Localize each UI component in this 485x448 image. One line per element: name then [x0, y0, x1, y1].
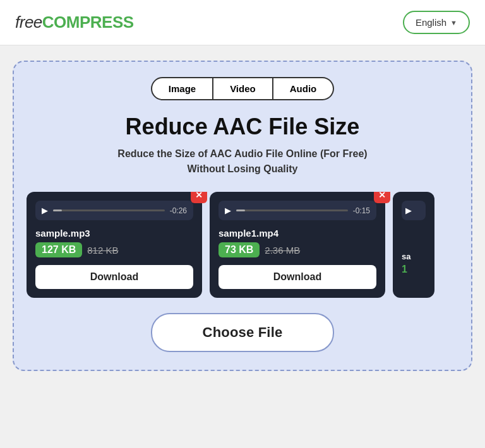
file-cards-area: ✕ ▶ -0:26 sample.mp3 127 KB 812 KB Downl…	[27, 192, 458, 298]
filename-partial: sa	[402, 252, 426, 261]
choose-file-button[interactable]: Choose File	[151, 313, 335, 352]
audio-player-2: ▶ -0:15	[219, 201, 376, 220]
file-card-1: ✕ ▶ -0:26 sample.mp3 127 KB 812 KB Downl…	[27, 192, 202, 298]
size-new-2: 73 KB	[219, 242, 260, 257]
page-subtitle: Reduce the Size of AAC Audio File Online…	[27, 146, 458, 177]
language-label: English	[416, 17, 446, 28]
play-button-2[interactable]: ▶	[225, 206, 231, 215]
progress-fill-2	[236, 209, 245, 211]
choose-file-wrapper: Choose File	[27, 313, 458, 352]
tab-image[interactable]: Image	[151, 77, 213, 100]
subtitle-line2: Without Losing Quality	[188, 163, 298, 174]
close-card-2-button[interactable]: ✕	[374, 192, 390, 203]
progress-bar-2	[236, 209, 348, 211]
download-button-2[interactable]: Download	[219, 265, 376, 289]
file-sizes-2: 73 KB 2.36 MB	[219, 242, 376, 257]
page-title: Reduce AAC File Size	[27, 113, 458, 140]
play-button-partial[interactable]: ▶	[405, 206, 412, 215]
progress-fill-1	[53, 209, 62, 211]
audio-player-partial: ▶	[402, 201, 426, 220]
logo-free-text: free	[15, 13, 42, 32]
time-display-1: -0:26	[170, 206, 187, 215]
logo: freeCOMPRESS	[15, 13, 134, 32]
tab-bar: Image Video Audio	[27, 77, 458, 100]
size-new-partial: 1	[402, 264, 426, 275]
play-button-1[interactable]: ▶	[42, 206, 48, 215]
tab-video[interactable]: Video	[213, 77, 273, 100]
file-card-partial: ▶ sa 1	[393, 192, 434, 298]
size-new-1: 127 KB	[35, 242, 82, 257]
filename-2: sample1.mp4	[219, 228, 376, 239]
tab-audio[interactable]: Audio	[273, 77, 335, 100]
size-old-1: 812 KB	[87, 245, 118, 256]
audio-player-1: ▶ -0:26	[35, 201, 193, 220]
logo-compress-text: COMPRESS	[42, 13, 134, 32]
chevron-down-icon: ▼	[450, 19, 457, 27]
tool-container: Image Video Audio Reduce AAC File Size R…	[13, 61, 472, 371]
download-button-1[interactable]: Download	[35, 265, 193, 289]
file-card-2: ✕ ▶ -0:15 sample1.mp4 73 KB 2.36 MB Down…	[210, 192, 385, 298]
size-old-2: 2.36 MB	[265, 245, 300, 256]
filename-1: sample.mp3	[35, 228, 193, 239]
language-selector[interactable]: English ▼	[403, 11, 470, 34]
file-sizes-1: 127 KB 812 KB	[35, 242, 193, 257]
header: freeCOMPRESS English ▼	[0, 0, 485, 45]
subtitle-line1: Reduce the Size of AAC Audio File Online…	[117, 148, 367, 159]
progress-bar-1	[53, 209, 165, 211]
main-content: Image Video Audio Reduce AAC File Size R…	[0, 45, 485, 386]
time-display-2: -0:15	[353, 206, 370, 215]
close-card-1-button[interactable]: ✕	[191, 192, 207, 203]
